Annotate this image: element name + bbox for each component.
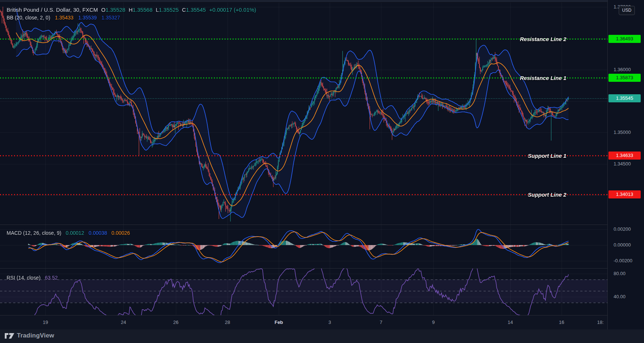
- resistance-line-2-label[interactable]: Resistance Line 2: [520, 36, 566, 42]
- rsi-indicator-title[interactable]: RSI (14, close): [7, 275, 41, 281]
- bb-header-row[interactable]: BB (20, close, 2, 0) 1.35433 1.35539 1.3…: [7, 14, 256, 21]
- tradingview-glyph-icon: [5, 333, 14, 339]
- support-line-2-label[interactable]: Support Line 2: [528, 191, 566, 197]
- time-tick-26: 26: [173, 320, 178, 325]
- macd-scale-label: 0.00200: [614, 227, 631, 232]
- open-value: 1.35528: [106, 7, 125, 13]
- macd-scale-label: -0.00200: [614, 258, 632, 263]
- symbol-legend: British Pound / U.S. Dollar, 30, FXCMO1.…: [7, 6, 256, 22]
- time-tick-28: 28: [225, 320, 230, 325]
- rsi-value: 63.52: [45, 275, 58, 281]
- tradingview-chart-window: British Pound / U.S. Dollar, 30, FXCMO1.…: [0, 0, 644, 343]
- rsi-scale-label: 40.00: [614, 294, 626, 299]
- rsi-scale-label: 80.00: [614, 271, 626, 276]
- bb-upper-value: 1.35539: [78, 15, 97, 21]
- high-value: 1.35568: [133, 7, 152, 13]
- high-label: H: [129, 7, 133, 13]
- support-line-1-label[interactable]: Support Line 1: [528, 152, 566, 158]
- macd-legend[interactable]: MACD (12, 26, close, 9) 0.00012 0.00038 …: [7, 230, 133, 236]
- support-2-price-badge: 1.34013: [608, 190, 641, 198]
- bb-lower-value: 1.35327: [101, 15, 120, 21]
- rsi-pane: RSI (14, close) 63.52: [0, 268, 607, 315]
- time-tick-16: 16: [559, 320, 564, 325]
- tradingview-brand-name: TradingView: [17, 332, 54, 339]
- main-price-pane: British Pound / U.S. Dollar, 30, FXCMO1.…: [0, 3, 607, 225]
- macd-scale-label: 0.00000: [614, 242, 631, 248]
- time-tick-19: 19: [43, 320, 48, 325]
- resistance-line-1-label[interactable]: Resistance Line 1: [520, 74, 566, 81]
- price-axis[interactable]: USD 1.370001.360001.350001.345000.002000…: [607, 0, 644, 329]
- time-axis[interactable]: 19242628Feb379141618:: [0, 315, 644, 330]
- close-value: 1.35545: [186, 7, 206, 13]
- macd-line-value: 0.00038: [89, 230, 107, 236]
- cropped-toolbar-strip: [0, 0, 644, 3]
- symbol-title[interactable]: British Pound / U.S. Dollar, 30, FXCM: [7, 7, 98, 13]
- low-value: 1.35525: [159, 7, 179, 13]
- close-label: C: [182, 7, 186, 13]
- price-scale-label: 1.34500: [614, 161, 631, 167]
- resistance-1-price-badge: 1.35873: [608, 74, 641, 82]
- tradingview-logo-link[interactable]: TradingView: [5, 332, 54, 339]
- time-tick-18: 18:: [597, 320, 604, 325]
- time-tick-7: 7: [380, 320, 382, 325]
- change-value: +0.00017 (+0.01%): [209, 7, 256, 13]
- bottom-bar: TradingView: [0, 329, 644, 343]
- main-chart-canvas[interactable]: [0, 3, 607, 225]
- rsi-legend[interactable]: RSI (14, close) 63.52: [7, 275, 61, 281]
- symbol-header-row[interactable]: British Pound / U.S. Dollar, 30, FXCMO1.…: [7, 6, 256, 13]
- rsi-canvas[interactable]: [0, 269, 607, 315]
- time-tick-Feb: Feb: [274, 320, 283, 325]
- currency-unit-button[interactable]: USD: [619, 6, 635, 15]
- macd-pane: MACD (12, 26, close, 9) 0.00012 0.00038 …: [0, 225, 607, 269]
- low-label: L: [156, 7, 159, 13]
- support-1-price-badge: 1.34633: [608, 152, 641, 160]
- resistance-2-price-badge: 1.36493: [608, 35, 641, 43]
- macd-signal-value: 0.00026: [111, 230, 130, 236]
- time-tick-24: 24: [121, 320, 126, 325]
- price-scale-label: 1.36000: [614, 67, 631, 72]
- last-price-badge: 1.35545: [608, 94, 641, 102]
- time-tick-3: 3: [328, 320, 331, 325]
- bb-indicator-title[interactable]: BB (20, close, 2, 0): [7, 15, 50, 21]
- bb-basis-value: 1.35433: [55, 15, 74, 21]
- price-scale-label: 1.35000: [614, 130, 631, 135]
- time-tick-14: 14: [508, 320, 513, 325]
- open-label: O: [101, 7, 106, 13]
- time-tick-9: 9: [432, 320, 434, 325]
- macd-indicator-title[interactable]: MACD (12, 26, close, 9): [7, 230, 61, 236]
- macd-hist-value: 0.00012: [66, 230, 84, 236]
- price-axis-separator: [607, 0, 608, 329]
